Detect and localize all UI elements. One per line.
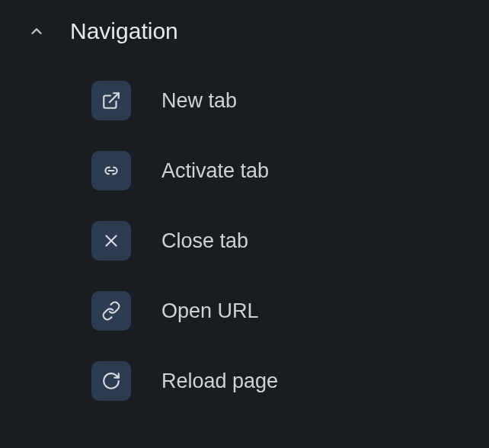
section-title: Navigation <box>70 18 178 44</box>
navigation-section-header[interactable]: Navigation <box>0 0 489 44</box>
reload-page-item[interactable]: Reload page <box>91 361 489 401</box>
activate-tab-item[interactable]: Activate tab <box>91 151 489 190</box>
chevron-up-icon <box>27 22 46 40</box>
close-tab-item[interactable]: Close tab <box>91 221 489 261</box>
close-icon <box>91 221 131 261</box>
item-label: Open URL <box>161 299 259 323</box>
navigation-items: New tab Activate tab Close tab O <box>0 44 489 401</box>
open-url-item[interactable]: Open URL <box>91 291 489 331</box>
new-tab-item[interactable]: New tab <box>91 81 489 120</box>
reload-icon <box>91 361 131 401</box>
chain-link-icon <box>91 291 131 331</box>
external-link-icon <box>91 81 131 120</box>
item-label: New tab <box>161 89 237 113</box>
svg-line-0 <box>110 93 119 102</box>
item-label: Close tab <box>161 229 248 253</box>
item-label: Reload page <box>161 370 278 393</box>
link-icon <box>91 151 131 190</box>
item-label: Activate tab <box>161 159 269 183</box>
